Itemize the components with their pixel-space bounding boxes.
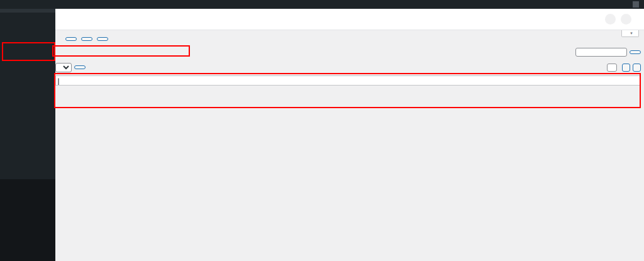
user-avatar <box>633 1 639 8</box>
table-header-row <box>56 76 641 86</box>
apply-button[interactable] <box>74 65 86 69</box>
reports-button[interactable] <box>97 37 108 41</box>
affiliates-table <box>55 75 641 86</box>
admin-bar-account[interactable] <box>630 1 639 8</box>
add-new-button[interactable] <box>65 37 77 41</box>
plugin-header <box>55 9 644 30</box>
sidebar-footer <box>0 179 55 261</box>
help-icon[interactable] <box>621 14 631 25</box>
screen-options-button[interactable]: ▼ <box>621 30 639 37</box>
bulk-actions-select[interactable] <box>55 63 72 72</box>
window-icon[interactable] <box>605 14 616 25</box>
admin-bar <box>0 0 644 9</box>
chevron-down-icon: ▼ <box>630 31 633 35</box>
content-area <box>55 30 641 261</box>
manage-groups-button[interactable] <box>81 37 92 41</box>
select-all-checkbox[interactable] <box>58 78 59 86</box>
current-page-input[interactable] <box>607 64 617 72</box>
last-page-button[interactable] <box>633 64 641 72</box>
main-area: ▼ <box>55 9 644 261</box>
search-button[interactable] <box>630 50 641 54</box>
next-page-button[interactable] <box>622 64 630 72</box>
search-input[interactable] <box>575 48 627 57</box>
pagination <box>594 64 641 72</box>
admin-sidebar <box>0 9 55 261</box>
